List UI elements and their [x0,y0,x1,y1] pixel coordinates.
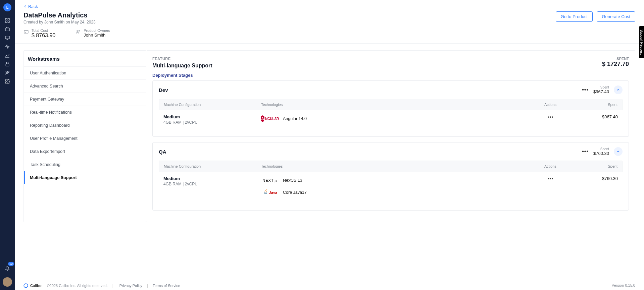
nav-lock-icon[interactable] [0,60,15,68]
technology-item: NEXT.jsNextJS 13 [261,176,524,185]
user-avatar[interactable] [3,277,12,287]
svg-rect-10 [24,31,28,33]
stage-name: Dev [159,87,168,93]
workstream-item[interactable]: Multi-language Support [24,171,146,184]
stage-spent-label: Spent [593,85,609,89]
nav-briefcase-icon[interactable] [0,25,15,34]
footer-brand: Calibo [30,284,42,288]
total-cost-label: Total Cost [32,28,55,33]
nav-monitor-icon[interactable] [0,34,15,42]
generate-cost-button[interactable]: Generate Cost [597,11,635,22]
technology-version: Core Java17 [283,190,307,195]
nav-settings-icon[interactable] [0,77,15,86]
table-row: Medium4GB RAM | 2vCPUNEXT.jsNextJS 13Jav… [159,172,623,204]
collapse-icon[interactable] [614,85,623,94]
total-cost-value: $ 8763.90 [32,33,55,39]
workstreams-title: Workstreams [24,51,146,66]
stage-spent-value: $967.40 [593,89,609,94]
brand-logo[interactable]: L [3,3,11,11]
stage-actions-menu[interactable]: ••• [582,87,589,93]
topbar: Back DataPulse Analytics Created by John… [15,0,644,44]
notifications-icon[interactable]: 12 [0,264,15,273]
workstream-item[interactable]: Advanced Search [24,79,146,93]
col-technologies: Technologies [261,164,524,168]
row-spent: $760.30 [578,176,618,181]
stage-actions-menu[interactable]: ••• [582,149,589,155]
svg-point-11 [77,30,78,32]
svg-rect-6 [6,64,9,66]
nav-activity-icon[interactable] [0,42,15,51]
deployment-stage-card: Dev•••Spent$967.40Machine ConfigurationT… [152,80,629,137]
footer-copyright: ©2023 Calibo Inc. All rights reserved. [47,284,108,288]
table-header: Machine ConfigurationTechnologiesActions… [159,99,623,110]
workstreams-panel: Workstreams User AuthenticationAdvanced … [23,50,146,222]
row-actions-menu[interactable]: ••• [548,176,554,181]
stage-spent-label: Spent [593,147,609,151]
nav-dashboard-icon[interactable] [0,16,15,25]
notification-badge: 12 [8,262,14,266]
table-row: Medium4GB RAM | 2vCPUANGULARAngular 14.0… [159,110,623,130]
svg-point-13 [24,284,28,288]
svg-point-12 [79,30,80,31]
workstream-item[interactable]: Payment Gateway [24,93,146,106]
col-actions: Actions [524,103,577,107]
workstream-item[interactable]: Real-time Notifications [24,106,146,119]
side-nav: L 12 [0,0,15,290]
col-spent: Spent [577,103,617,107]
product-owners-meta: Product Owners John Smith [76,28,110,39]
back-link[interactable]: Back [23,4,38,9]
version-label: Version 0.15.0 [612,283,635,288]
spent-value: $ 1727.70 [602,61,629,68]
svg-rect-2 [5,21,7,22]
support-request-tab[interactable]: Support Request [639,26,644,58]
svg-rect-4 [5,28,9,31]
workstream-item[interactable]: User Authentication [24,66,146,79]
back-label: Back [28,4,38,9]
footer: Calibo ©2023 Calibo Inc. All rights rese… [15,281,644,290]
machine-spec: 4GB RAM | 2vCPU [163,120,261,125]
workstream-item[interactable]: Data Export/Import [24,145,146,158]
col-machine-config: Machine Configuration [164,164,261,168]
workstream-item[interactable]: User Profile Management [24,132,146,145]
stage-spent-value: $760.30 [593,151,609,156]
go-to-product-button[interactable]: Go to Product [556,11,593,22]
row-spent: $967.40 [578,114,618,119]
technology-item: JavaCore Java17 [261,188,524,197]
created-by-line: Created by John Smith on May 24, 2023 [23,20,96,24]
deployment-stage-card: QA•••Spent$760.30Machine ConfigurationTe… [152,142,629,211]
svg-rect-1 [8,18,9,20]
total-cost-meta: Total Cost $ 8763.90 [23,28,55,39]
terms-link[interactable]: Terms of Service [153,284,180,288]
col-machine-config: Machine Configuration [164,103,261,107]
technology-version: NextJS 13 [283,178,302,183]
nav-users-icon[interactable] [0,68,15,77]
feature-panel: FEATURE Multi-language Support SPENT $ 1… [146,50,635,222]
svg-point-8 [8,71,9,72]
svg-point-7 [6,71,7,73]
col-spent: Spent [577,164,617,168]
technology-version: Angular 14.0 [283,116,307,121]
col-actions: Actions [524,164,577,168]
stage-name: QA [159,149,166,155]
svg-rect-0 [5,18,7,20]
spent-label: SPENT [602,57,629,61]
collapse-icon[interactable] [614,147,623,156]
svg-rect-5 [5,36,9,39]
privacy-link[interactable]: Privacy Policy [119,284,142,288]
product-title: DataPulse Analytics [23,11,96,19]
row-actions-menu[interactable]: ••• [548,114,554,119]
workstream-item[interactable]: Reporting Dashboard [24,119,146,132]
nav-chart-icon[interactable] [0,51,15,60]
product-owner-name: John Smith [84,33,110,38]
machine-name: Medium [163,114,261,119]
deployment-stages-title: Deployment Stages [152,73,629,78]
svg-point-9 [7,81,8,82]
technology-item: ANGULARAngular 14.0 [261,114,524,123]
table-header: Machine ConfigurationTechnologiesActions… [159,161,623,172]
machine-spec: 4GB RAM | 2vCPU [163,182,261,186]
svg-rect-3 [8,21,9,22]
feature-label: FEATURE [152,57,212,61]
workstream-item[interactable]: Task Scheduling [24,158,146,171]
feature-title: Multi-language Support [152,63,212,69]
col-technologies: Technologies [261,103,524,107]
